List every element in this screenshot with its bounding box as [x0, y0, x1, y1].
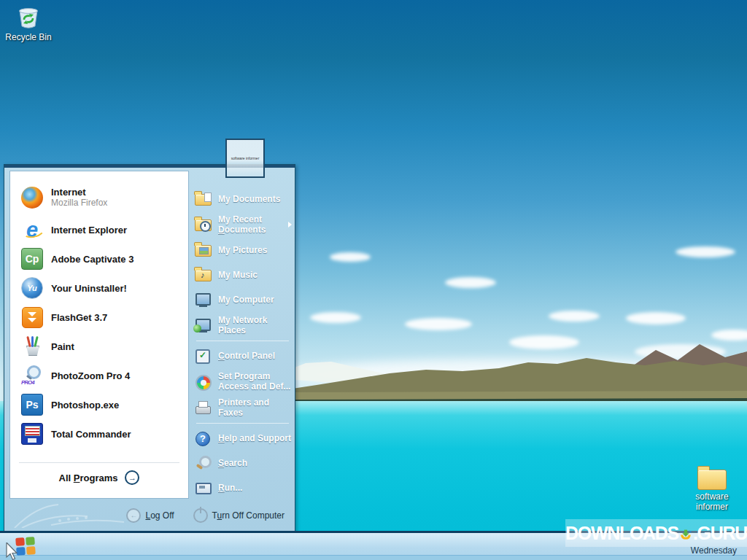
start-item-label: My Pictures	[218, 245, 267, 255]
my-computer-icon	[194, 292, 212, 308]
start-item-label: Search	[218, 458, 247, 468]
turn-off-computer-button[interactable]: Turn Off Computer	[193, 508, 285, 523]
start-menu: Internet Mozilla Firefox e Internet Expl…	[4, 164, 295, 532]
watermark-text-left: DOWNLOADS	[565, 524, 678, 542]
search-icon	[194, 455, 212, 471]
separator	[196, 341, 289, 341]
start-menu-places: My Documents My Recent Documents My Pict…	[189, 168, 295, 502]
start-item-label: My Computer	[218, 295, 274, 305]
my-recent-documents-icon	[194, 217, 212, 233]
start-item-label: My Music	[218, 270, 258, 280]
start-item-help-and-support[interactable]: Help and Support	[189, 426, 295, 451]
start-item-my-computer[interactable]: My Computer	[189, 287, 295, 312]
submenu-arrow-icon	[288, 222, 292, 228]
start-item-label: Set Program Access and Def...	[218, 371, 293, 392]
firefox-icon	[20, 186, 44, 209]
my-network-places-icon	[194, 317, 212, 333]
start-item-run[interactable]: Run...	[189, 475, 295, 500]
start-item-label: Your Uninstaller!	[51, 283, 127, 294]
desktop-icon-recycle-bin[interactable]: Recycle Bin	[0, 4, 59, 42]
start-item-flashget[interactable]: FlashGet 3.7	[15, 303, 184, 332]
start-item-your-uninstaller[interactable]: Yu Your Uninstaller!	[15, 273, 184, 303]
software-folder-label-line1: software	[695, 491, 728, 502]
start-item-label: Control Panel	[218, 351, 275, 361]
wheat-decoration	[7, 503, 160, 528]
start-item-label: My Documents	[218, 194, 280, 204]
my-pictures-icon	[194, 242, 212, 258]
adobe-captivate-icon: Cp	[20, 247, 44, 271]
cloud	[310, 312, 361, 323]
separator	[196, 423, 289, 424]
taskbar-clock[interactable]: Wednesday	[691, 545, 737, 556]
run-icon	[194, 480, 212, 496]
start-item-label: Run...	[218, 483, 242, 493]
start-item-photozoom[interactable]: PRO4 PhotoZoom Pro 4	[15, 361, 184, 390]
folder-icon	[697, 470, 727, 490]
start-item-adobe-captivate[interactable]: Cp Adobe Captivate 3	[15, 244, 184, 273]
my-documents-icon	[194, 191, 212, 207]
start-item-label: My Network Places	[218, 315, 293, 335]
all-programs-button[interactable]: All Programs	[15, 463, 184, 492]
start-item-label: Help and Support	[218, 433, 291, 443]
mini-window-text: software informer	[231, 156, 260, 160]
start-item-my-pictures[interactable]: My Pictures	[189, 238, 295, 262]
total-commander-icon	[20, 422, 44, 446]
recycle-bin-label: Recycle Bin	[5, 32, 51, 42]
start-item-photoshop[interactable]: Ps Photoshop.exe	[15, 390, 184, 419]
watermark-text-right: .GURU	[693, 524, 747, 542]
printers-faxes-icon	[194, 400, 212, 416]
start-menu-pinned-programs: Internet Mozilla Firefox e Internet Expl…	[9, 171, 189, 499]
paint-icon	[20, 335, 44, 358]
cloud	[626, 312, 686, 324]
start-item-label: PhotoZoom Pro 4	[51, 370, 130, 381]
start-item-internet[interactable]: Internet Mozilla Firefox	[15, 180, 184, 215]
photoshop-icon: Ps	[20, 393, 44, 416]
start-item-label: My Recent Documents	[218, 214, 282, 235]
start-item-label: Adobe Captivate 3	[51, 254, 133, 265]
taskbar-bottom-strip	[0, 555, 747, 560]
start-item-my-recent-documents[interactable]: My Recent Documents	[189, 211, 295, 238]
start-item-control-panel[interactable]: Control Panel	[189, 343, 295, 368]
cloud	[549, 311, 600, 322]
start-item-my-documents[interactable]: My Documents	[189, 187, 295, 211]
start-item-total-commander[interactable]: Total Commander	[15, 419, 184, 448]
my-music-icon: ♪	[194, 267, 212, 283]
your-uninstaller-icon: Yu	[20, 276, 44, 300]
software-folder-label-line2: informer	[695, 502, 728, 512]
flashget-icon	[20, 306, 44, 329]
all-programs-arrow-icon	[125, 470, 139, 485]
power-icon	[193, 508, 208, 523]
start-item-printers-and-faxes[interactable]: Printers and Faxes	[189, 394, 295, 421]
start-item-internet-explorer[interactable]: e Internet Explorer	[15, 215, 184, 244]
software-informer-mini-window[interactable]: software informer	[225, 139, 265, 178]
start-item-label: Printers and Faxes	[218, 397, 293, 418]
cloud	[676, 246, 735, 257]
start-item-label: FlashGet 3.7	[51, 312, 107, 323]
mountain-range	[287, 325, 747, 407]
help-support-icon	[194, 430, 212, 446]
recycle-bin-icon	[14, 4, 43, 31]
mouse-cursor	[6, 542, 20, 560]
start-item-paint[interactable]: Paint	[15, 332, 184, 361]
set-program-access-icon	[194, 373, 212, 389]
download-icon	[679, 525, 692, 545]
start-item-my-music[interactable]: ♪ My Music	[189, 262, 295, 287]
start-item-set-program-access[interactable]: Set Program Access and Def...	[189, 368, 295, 394]
start-item-label: Paint	[51, 341, 74, 352]
start-menu-footer: Log Off Turn Off Computer	[4, 502, 295, 529]
start-item-sublabel: Mozilla Firefox	[51, 198, 107, 209]
downloads-guru-watermark: DOWNLOADS .GURU	[565, 519, 747, 547]
photozoom-icon: PRO4	[20, 364, 44, 387]
start-item-label: Internet Explorer	[51, 225, 127, 236]
cloud	[445, 277, 496, 288]
start-item-label: Internet	[51, 187, 107, 198]
control-panel-icon	[194, 348, 212, 364]
start-item-my-network-places[interactable]: My Network Places	[189, 312, 295, 338]
internet-explorer-icon: e	[20, 218, 44, 241]
start-item-label: Photoshop.exe	[51, 400, 119, 411]
start-item-label: Total Commander	[51, 429, 131, 440]
start-item-search[interactable]: Search	[189, 451, 295, 475]
desktop-icon-software-informer[interactable]: software informer	[681, 470, 743, 512]
cloud	[330, 252, 371, 262]
